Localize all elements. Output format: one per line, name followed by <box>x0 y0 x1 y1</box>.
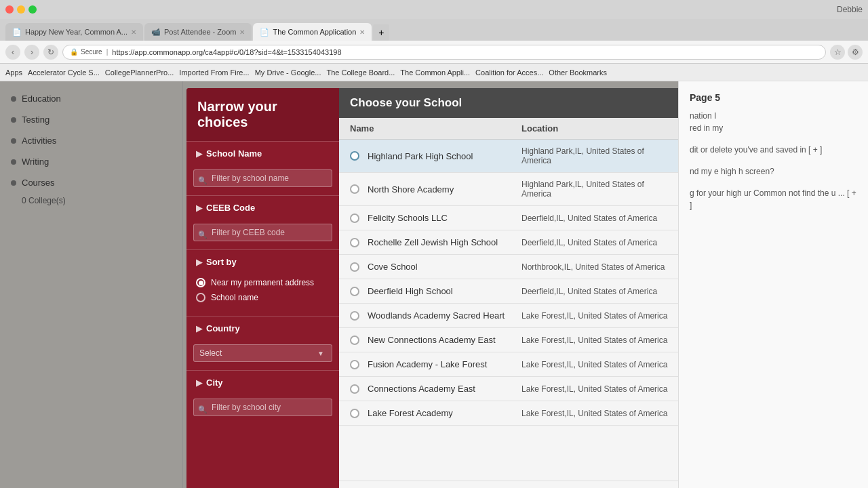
school-row-8[interactable]: Fusion Academy - Lake Forest Lake Forest… <box>339 352 682 377</box>
school-row-5[interactable]: Deerfield High School Deerfield,IL, Unit… <box>339 279 682 304</box>
url-bar[interactable]: 🔒 Secure | https://app.commonapp.org/ca4… <box>62 45 826 60</box>
school-radio-2[interactable] <box>350 214 359 223</box>
school-panel-title: Choose your School <box>339 88 682 118</box>
arrow-icon: ▶ <box>196 149 202 159</box>
sort-option-near-address[interactable]: Near my permanent address <box>196 278 330 287</box>
traffic-lights <box>5 5 37 14</box>
bookmark-college-board[interactable]: The College Board... <box>326 68 395 77</box>
tab-post-attendee[interactable]: 📹 Post Attendee - Zoom ✕ <box>144 23 252 41</box>
school-location-7: Lake Forest,IL, United States of America <box>521 336 671 345</box>
school-location-4: Northbrook,IL, United States of America <box>521 262 671 272</box>
filter-ceeb-label: CEEB Code <box>206 203 255 213</box>
filter-country-select-wrap: Select United States of America Canada U… <box>186 340 339 370</box>
school-row-9[interactable]: Connections Academy East Lake Forest,IL,… <box>339 377 682 401</box>
sort-school-name-label: School name <box>211 293 258 302</box>
filter-city-label: City <box>206 378 223 388</box>
school-radio-0[interactable] <box>350 151 359 161</box>
bookmark-imported[interactable]: Imported From Fire... <box>179 68 249 77</box>
school-radio-6[interactable] <box>350 311 359 321</box>
close-window-button[interactable] <box>5 5 14 14</box>
school-radio-9[interactable] <box>350 384 359 394</box>
school-panel: Choose your School Name Location Highlan… <box>339 88 682 488</box>
school-name-10: Lake Forest Academy <box>368 408 521 418</box>
filter-country-header[interactable]: ▶ Country <box>186 317 339 340</box>
search-icon-2: 🔍 <box>198 230 208 239</box>
bookmark-drive[interactable]: My Drive - Google... <box>255 68 321 77</box>
bookmark-star-button[interactable]: ☆ <box>830 45 845 60</box>
filter-school-name-input-wrap: 🔍 <box>186 165 339 195</box>
school-radio-10[interactable] <box>350 409 359 418</box>
tab-close-1[interactable]: ✕ <box>131 28 136 36</box>
back-button[interactable]: ‹ <box>5 45 20 60</box>
filter-country-label: Country <box>206 323 240 333</box>
minimize-window-button[interactable] <box>17 5 25 14</box>
tab-common-application[interactable]: 📄 The Common Application ✕ <box>253 23 372 41</box>
bookmarks-bar: Apps Accelerator Cycle S... CollegePlann… <box>0 64 868 81</box>
school-row-1[interactable]: North Shore Academy Highland Park,IL, Un… <box>339 173 682 206</box>
school-location-2: Deerfield,IL, United States of America <box>521 214 671 223</box>
bookmark-apps[interactable]: Apps <box>5 68 22 77</box>
forward-button[interactable]: › <box>24 45 39 60</box>
filter-school-name-input[interactable] <box>193 169 332 187</box>
filter-sort-label: Sort by <box>206 257 237 267</box>
filter-ceeb-input-wrap: 🔍 <box>186 220 339 249</box>
tab-close-3[interactable]: ✕ <box>359 28 365 36</box>
sort-radio-school-name[interactable] <box>196 293 205 302</box>
hint-content-3: dit or delete you've and saved in [ + ] <box>690 144 857 156</box>
arrow-icon-4: ▶ <box>196 324 202 333</box>
school-radio-8[interactable] <box>350 360 359 369</box>
bookmark-college-planner[interactable]: CollegePlannerPro... <box>105 68 174 77</box>
main-content: Education Testing Activities Writing Cou… <box>0 81 868 488</box>
school-location-9: Lake Forest,IL, United States of America <box>521 384 671 394</box>
bookmark-common-app[interactable]: The Common Appli... <box>400 68 470 77</box>
school-row-10[interactable]: Lake Forest Academy Lake Forest,IL, Unit… <box>339 401 682 426</box>
tab-happy-new-year[interactable]: 📄 Happy New Year, Common A... ✕ <box>5 23 143 41</box>
browser-user: Debbie <box>837 5 863 14</box>
school-panel-footer: Continue <box>339 481 682 488</box>
sort-near-address-label: Near my permanent address <box>211 278 314 287</box>
hint-content-1: nation I <box>690 110 857 122</box>
filter-city-input[interactable] <box>193 399 332 416</box>
school-name-3: Rochelle Zell Jewish High School <box>368 237 521 247</box>
school-radio-1[interactable] <box>350 184 359 194</box>
school-radio-7[interactable] <box>350 336 359 345</box>
school-location-0: Highland Park,IL, United States of Ameri… <box>521 146 671 165</box>
school-row-7[interactable]: New Connections Academy East Lake Forest… <box>339 328 682 352</box>
school-row-0[interactable]: Highland Park High School Highland Park,… <box>339 140 682 173</box>
bookmark-coalition[interactable]: Coalition for Acces... <box>475 68 543 77</box>
browser-toolbar: ☆ ⚙ <box>830 45 863 60</box>
sort-radio-near-address[interactable] <box>196 278 205 287</box>
school-name-7: New Connections Academy East <box>368 335 521 345</box>
column-header-name: Name <box>350 123 521 134</box>
secure-label: Secure <box>81 48 102 56</box>
filter-sort-header[interactable]: ▶ Sort by <box>186 250 339 274</box>
filter-ceeb-input[interactable] <box>193 224 332 241</box>
tab-close-2[interactable]: ✕ <box>239 28 245 36</box>
tab-label-3: The Common Application <box>273 28 356 36</box>
sort-option-school-name[interactable]: School name <box>196 293 330 302</box>
maximize-window-button[interactable] <box>28 5 37 14</box>
school-location-3: Deerfield,IL, United States of America <box>521 238 671 247</box>
reload-button[interactable]: ↻ <box>43 45 58 60</box>
school-row-4[interactable]: Cove School Northbrook,IL, United States… <box>339 255 682 279</box>
filter-school-name-header[interactable]: ▶ School Name <box>186 142 339 165</box>
filter-city-header[interactable]: ▶ City <box>186 371 339 394</box>
filter-ceeb-header[interactable]: ▶ CEEB Code <box>186 196 339 220</box>
bookmark-other[interactable]: Other Bookmarks <box>549 68 607 77</box>
school-row-6[interactable]: Woodlands Academy Sacred Heart Lake Fore… <box>339 304 682 328</box>
address-bar: ‹ › ↻ 🔒 Secure | https://app.commonapp.o… <box>0 41 868 64</box>
school-radio-3[interactable] <box>350 238 359 247</box>
bookmark-accelerator[interactable]: Accelerator Cycle S... <box>28 68 100 77</box>
school-location-6: Lake Forest,IL, United States of America <box>521 311 671 321</box>
url-text: https://app.commonapp.org/ca4app#c/0/18?… <box>112 48 341 56</box>
school-row-3[interactable]: Rochelle Zell Jewish High School Deerfie… <box>339 230 682 255</box>
search-icon-3: 🔍 <box>198 405 208 414</box>
school-radio-5[interactable] <box>350 287 359 296</box>
school-radio-4[interactable] <box>350 262 359 272</box>
tab-icon-2: 📹 <box>151 28 161 37</box>
extension-button[interactable]: ⚙ <box>848 45 863 60</box>
school-row-2[interactable]: Felicity Schools LLC Deerfield,IL, Unite… <box>339 206 682 230</box>
new-tab-button[interactable]: + <box>373 24 389 41</box>
tab-icon-3: 📄 <box>260 28 269 37</box>
country-select[interactable]: Select United States of America Canada U… <box>193 344 332 362</box>
